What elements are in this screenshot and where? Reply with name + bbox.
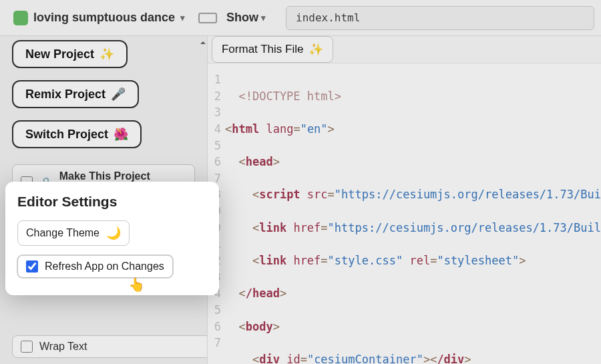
editor-settings-title: Editor Settings: [17, 194, 207, 210]
change-theme-button[interactable]: Change Theme 🌙: [17, 220, 130, 246]
chevron-down-icon: ▾: [261, 13, 266, 23]
remix-project-label: Remix Project: [25, 87, 106, 102]
moon-icon: 🌙: [106, 226, 121, 240]
file-jump-input[interactable]: index.html: [286, 6, 594, 30]
format-file-label: Format This File: [222, 43, 304, 56]
wrap-text-checkbox[interactable]: [21, 341, 33, 353]
refresh-on-changes-label: Refresh App on Changes: [45, 260, 164, 272]
wrap-text-label: Wrap Text: [39, 341, 87, 353]
refresh-on-changes-toggle[interactable]: Refresh App on Changes: [17, 255, 173, 278]
new-project-label: New Project: [25, 47, 94, 61]
scroll-up-icon: [200, 37, 206, 44]
code-editor[interactable]: 1 2 3 4 5 6 7 8 9 0 1 2 3 4 5 6 7 <!DOCT…: [208, 63, 601, 364]
memory-icon[interactable]: [198, 13, 217, 23]
editor-toolbar: Format This File ✨: [208, 36, 601, 63]
switch-project-label: Switch Project: [25, 128, 108, 142]
file-jump-value: index.html: [296, 11, 360, 24]
microphone-icon: 🎤: [111, 87, 126, 102]
change-theme-label: Change Theme: [26, 227, 99, 239]
code-editor-area: Format This File ✨ 1 2 3 4 5 6 7 8 9 0 1…: [208, 36, 601, 364]
code-content[interactable]: <!DOCTYPE html> <html lang="en"> <head> …: [225, 71, 601, 364]
chevron-down-icon: ▾: [180, 13, 185, 23]
editor-settings-panel: Editor Settings Change Theme 🌙 Refresh A…: [5, 182, 219, 295]
top-toolbar: loving sumptuous dance ▾ Show ▾ index.ht…: [0, 0, 601, 36]
project-avatar-icon: [13, 11, 28, 25]
show-dropdown[interactable]: Show ▾: [226, 11, 266, 25]
hibiscus-icon: 🌺: [114, 127, 128, 142]
project-name-dropdown[interactable]: loving sumptuous dance ▾: [7, 8, 192, 28]
sparkles-icon: ✨: [309, 42, 323, 57]
sparkles-icon: ✨: [99, 47, 114, 61]
show-label: Show: [226, 11, 258, 25]
refresh-on-changes-checkbox[interactable]: [26, 260, 38, 272]
project-name-label: loving sumptuous dance: [33, 11, 175, 25]
new-project-button[interactable]: New Project ✨: [12, 40, 128, 68]
remix-project-button[interactable]: Remix Project 🎤: [12, 80, 139, 108]
switch-project-button[interactable]: Switch Project 🌺: [12, 120, 142, 148]
wrap-text-toggle[interactable]: Wrap Text: [12, 335, 208, 358]
format-file-button[interactable]: Format This File ✨: [212, 36, 334, 63]
